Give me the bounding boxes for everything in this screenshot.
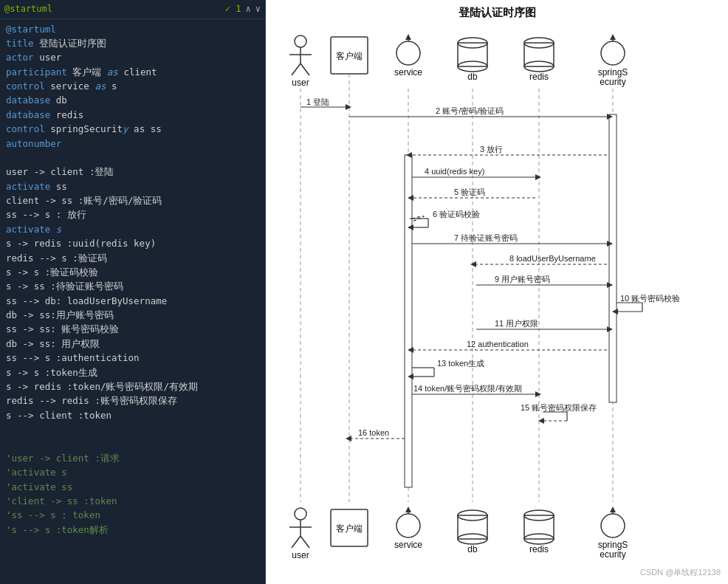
code-line: ss --> s : 放行: [6, 207, 259, 221]
code-line: s --> client :token: [6, 408, 259, 422]
code-line: [6, 151, 259, 165]
service-arrow-head-bottom: [405, 506, 411, 512]
user-head-top: [295, 35, 306, 47]
code-line: activate s: [6, 222, 259, 236]
msg-5: 5 验证码: [454, 188, 485, 196]
code-line: title 登陆认证时序图: [6, 36, 259, 50]
msg-3: 3 放行: [480, 145, 503, 154]
code-line: client -> ss :账号/密码/验证码: [6, 193, 259, 207]
ss-circle-top: [601, 41, 625, 65]
ss-label2-bottom: ecurity: [600, 549, 625, 560]
service-label-bottom: service: [394, 540, 422, 550]
code-line: ss --> db: loadUserByUsername: [6, 294, 259, 308]
arrow-down-icon[interactable]: ∨: [255, 2, 261, 16]
code-line: 'client -> ss :token: [6, 494, 259, 508]
watermark: CSDN @单线程12138: [640, 567, 721, 578]
client-box-label-bottom: 客户端: [336, 523, 363, 534]
service-circle-top: [396, 41, 420, 65]
editor-controls: ✓ 1 ∧ ∨: [225, 2, 261, 16]
ss-label-top: springS: [598, 67, 628, 78]
msg-16: 16 token: [358, 428, 389, 437]
service-arrow-head-top: [405, 34, 411, 40]
arrowhead-4: [535, 174, 541, 180]
code-line: [6, 436, 259, 450]
code-line: db -> ss: 用户权限: [6, 337, 259, 351]
code-line: control springSecurity as ss: [6, 122, 259, 136]
code-line: s -> s :验证码校验: [6, 265, 259, 279]
sequence-diagram: text { font-family: 'SimHei','Microsoft …: [266, 0, 728, 584]
redis-label-bottom: redis: [529, 544, 549, 554]
code-line: 's --> s :token解析: [6, 523, 259, 537]
ss-label2-top: ecurity: [600, 77, 625, 87]
arrowhead-1: [346, 104, 351, 110]
user-leg-left-bottom: [292, 536, 301, 548]
code-editor[interactable]: @startuml ✓ 1 ∧ ∨ @startuml title 登陆认证时序…: [0, 0, 266, 584]
msg-11: 11 用户权限: [495, 319, 538, 328]
code-line: 'activate ss: [6, 480, 259, 494]
msg-9: 9 用户账号密码: [495, 275, 550, 284]
user-leg-right-bottom: [301, 536, 309, 548]
code-line: database redis: [6, 108, 259, 122]
ss-arrow-bottom: [610, 506, 616, 512]
code-line: @startuml: [6, 22, 259, 36]
code-line: 'activate s: [6, 465, 259, 479]
user-leg-left-top: [292, 63, 301, 75]
s-activation: [405, 155, 412, 487]
code-line: redis --> s :验证码: [6, 251, 259, 265]
msg-4: 4 uuid(redis key): [425, 167, 484, 176]
service-circle-bottom: [396, 514, 420, 537]
msg-10: 10 账号密码校验: [620, 294, 680, 303]
msg-14: 14 token/账号密码权限/有效期: [413, 384, 522, 393]
check-icon: ✓ 1: [225, 2, 241, 16]
code-line: autonumber: [6, 137, 259, 151]
code-line: actor user: [6, 50, 259, 64]
code-line: redis --> redis :账号密码权限保存: [6, 394, 259, 408]
msg-8: 8 loadUserByUsername: [509, 254, 596, 263]
code-line: user -> client :登陆: [6, 165, 259, 179]
diagram-panel: text { font-family: 'SimHei','Microsoft …: [266, 0, 728, 584]
code-line: ss -> ss: 账号密码校验: [6, 322, 259, 336]
code-line: 'ss --> s : token: [6, 508, 259, 522]
msg-6: 6 验证码校验: [433, 210, 480, 219]
code-line: s -> redis :uuid(redis key): [6, 236, 259, 250]
code-line: ss --> s :authentication: [6, 351, 259, 365]
redis-label-top: redis: [529, 72, 549, 82]
code-line: s -> s :token生成: [6, 365, 259, 379]
code-line: control service as s: [6, 79, 259, 93]
msg-12: 12 authentication: [467, 340, 529, 348]
code-line: [6, 422, 259, 436]
arrow-up-icon[interactable]: ∧: [246, 2, 251, 16]
diagram-title-text: 登陆认证时序图: [458, 6, 536, 18]
client-box-label-top: 客户端: [336, 51, 363, 61]
ss-arrow-top: [610, 34, 616, 40]
editor-filename: @startuml: [4, 2, 52, 16]
code-lines: @startuml title 登陆认证时序图 actor user parti…: [0, 19, 265, 540]
user-head-bottom: [295, 508, 306, 520]
code-line: database db: [6, 93, 259, 107]
ss-label-bottom: springS: [598, 540, 628, 550]
msg-1: 1 登陆: [306, 97, 329, 106]
code-line: db -> ss:用户账号密码: [6, 308, 259, 322]
db-label-top: db: [467, 72, 478, 82]
arrowhead-8: [470, 261, 476, 267]
user-label-top: user: [292, 78, 309, 88]
code-line: s -> ss :待验证账号密码: [6, 279, 259, 293]
msg-2: 2 账号/密码/验证码: [436, 106, 504, 115]
ss-circle-bottom: [601, 514, 625, 537]
arrowhead-16: [346, 436, 351, 442]
code-line: activate ss: [6, 179, 259, 193]
code-line: 'user -> client :请求: [6, 451, 259, 465]
arrowhead-14: [535, 391, 541, 397]
msg-13: 13 token生成: [437, 359, 484, 368]
db-label-bottom: db: [467, 544, 478, 554]
service-label-top: service: [394, 67, 422, 78]
msg-15: 15 账号密码权限保存: [521, 403, 597, 412]
ss-activation: [609, 114, 617, 402]
code-line: participant 客户端 as client: [6, 65, 259, 79]
editor-top-bar: @startuml ✓ 1 ∧ ∨: [0, 0, 265, 19]
user-label-bottom: user: [292, 550, 309, 560]
user-leg-right-top: [301, 63, 309, 75]
msg-7: 7 待验证账号密码: [454, 233, 518, 242]
code-line: s -> redis :token/账号密码权限/有效期: [6, 379, 259, 394]
